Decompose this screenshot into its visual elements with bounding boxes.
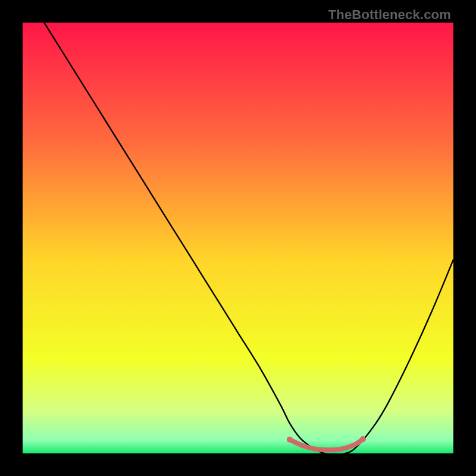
optimal-range-point: [352, 443, 356, 447]
optimal-range-stroke: [290, 439, 363, 450]
curve-layer: [23, 23, 453, 453]
optimal-range-point: [339, 447, 343, 451]
optimal-range-point: [327, 448, 331, 452]
optimal-range-point: [287, 437, 293, 443]
watermark-label: TheBottleneck.com: [328, 7, 451, 23]
plot-area: [23, 23, 453, 453]
chart-container: TheBottleneck.com: [0, 0, 476, 476]
bottleneck-curve: [44, 23, 453, 453]
optimal-range-point: [314, 447, 318, 451]
optimal-range-point: [360, 436, 366, 442]
optimal-range-point: [300, 444, 305, 448]
